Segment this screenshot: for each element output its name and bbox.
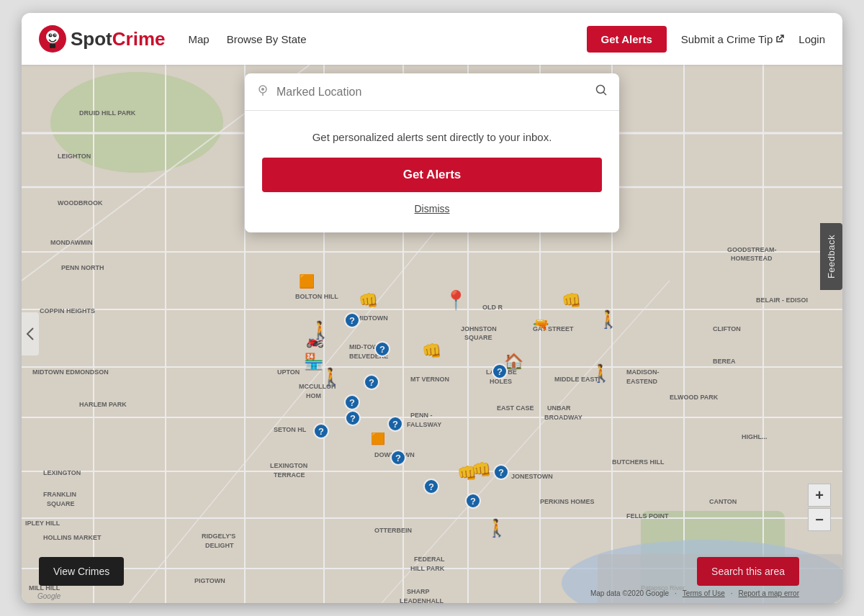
- nav-links: Map Browse By State: [188, 33, 586, 45]
- popup-body: Get personalized alerts sent directly to…: [245, 111, 619, 232]
- svg-line-104: [603, 92, 606, 95]
- svg-rect-6: [50, 44, 53, 48]
- popup-get-alerts-button[interactable]: Get Alerts: [262, 158, 602, 192]
- nav-get-alerts-button[interactable]: Get Alerts: [587, 26, 667, 53]
- logo[interactable]: SpotCrime: [39, 25, 165, 53]
- popup-search-bar: [245, 73, 619, 111]
- popup-card: Get personalized alerts sent directly to…: [245, 73, 619, 232]
- navbar: SpotCrime Map Browse By State Get Alerts…: [22, 13, 842, 65]
- svg-point-103: [597, 86, 605, 94]
- popup-dismiss-button[interactable]: Dismiss: [415, 203, 450, 214]
- svg-point-5: [55, 35, 56, 36]
- popup-description: Get personalized alerts sent directly to…: [262, 131, 602, 143]
- logo-icon: [39, 25, 66, 53]
- nav-right: Get Alerts Submit a Crime Tip Login: [587, 26, 825, 53]
- popup-overlay: Get personalized alerts sent directly to…: [22, 65, 842, 603]
- location-icon: [256, 83, 269, 100]
- external-link-icon: [775, 35, 784, 43]
- logo-text: SpotCrime: [71, 28, 165, 50]
- nav-submit-tip[interactable]: Submit a Crime Tip: [681, 33, 785, 45]
- svg-point-102: [261, 88, 264, 91]
- nav-browse-by-state[interactable]: Browse By State: [227, 33, 307, 45]
- search-icon: [595, 83, 608, 96]
- browser-frame: SpotCrime Map Browse By State Get Alerts…: [22, 13, 842, 603]
- location-search-input[interactable]: [276, 86, 588, 99]
- svg-point-4: [50, 35, 52, 36]
- search-button[interactable]: [595, 83, 608, 100]
- svg-rect-7: [53, 44, 55, 48]
- map-container[interactable]: Patapsco River DRUID HILL PARK LEIGHTON …: [22, 65, 842, 603]
- nav-map[interactable]: Map: [188, 33, 209, 45]
- nav-login[interactable]: Login: [798, 33, 825, 45]
